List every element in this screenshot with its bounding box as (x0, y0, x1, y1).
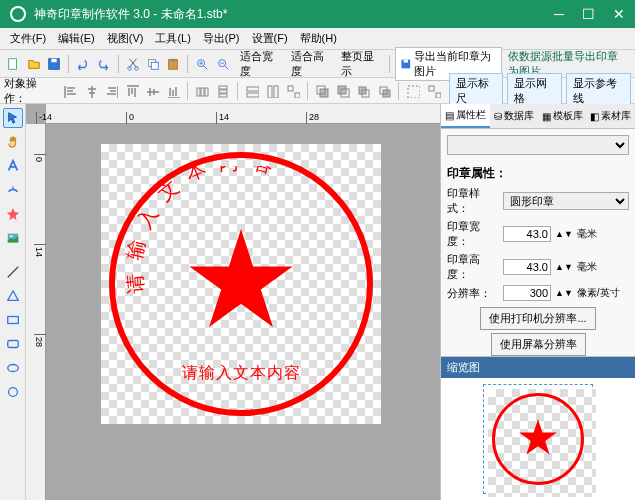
fit-width-button[interactable]: 适合宽度 (234, 47, 283, 81)
svg-rect-13 (403, 59, 407, 62)
triangle-tool[interactable] (3, 286, 23, 306)
width-input[interactable] (503, 226, 551, 242)
same-size-icon[interactable] (284, 81, 302, 101)
same-height-icon[interactable] (263, 81, 281, 101)
seal-star[interactable] (186, 224, 296, 334)
props-section-title: 印章属性： (447, 165, 629, 182)
pointer-tool[interactable] (3, 108, 23, 128)
arc-text-tool[interactable]: A (3, 180, 23, 200)
preview-title: 缩览图 (441, 357, 635, 378)
new-button[interactable] (4, 53, 22, 75)
svg-rect-40 (7, 317, 18, 324)
align-center-h-icon[interactable] (81, 81, 99, 101)
height-label: 印章高度： (447, 252, 499, 282)
tab-database[interactable]: ⛁ 数据库 (490, 104, 539, 128)
canvas-area[interactable]: -14 0 14 28 0 14 28 请输入文本内容 请输入文本内容 (26, 104, 440, 500)
screen-dpi-button[interactable]: 使用屏幕分辨率 (491, 333, 586, 356)
svg-rect-26 (320, 89, 328, 97)
same-width-icon[interactable] (243, 81, 261, 101)
distribute-v-icon[interactable] (213, 81, 231, 101)
printer-dpi-button[interactable]: 使用打印机分辨率... (480, 307, 595, 330)
undo-button[interactable] (74, 53, 92, 75)
object-ops-label: 对象操作： (4, 76, 55, 106)
save-button[interactable] (45, 53, 63, 75)
ruler-vertical: 0 14 28 (26, 124, 46, 500)
fit-height-button[interactable]: 适合高度 (285, 47, 334, 81)
ruler-horizontal: -14 0 14 28 (46, 104, 440, 124)
tab-materials[interactable]: ◧ 素材库 (587, 104, 636, 128)
bring-front-icon[interactable] (313, 81, 331, 101)
svg-rect-28 (338, 86, 346, 94)
svg-point-42 (7, 365, 18, 372)
text-tool[interactable] (3, 156, 23, 176)
svg-rect-9 (171, 58, 175, 61)
svg-text:A: A (11, 185, 15, 191)
style-label: 印章样式： (447, 186, 499, 216)
hand-tool[interactable] (3, 132, 23, 152)
distribute-h-icon[interactable] (193, 81, 211, 101)
menu-settings[interactable]: 设置(F) (246, 29, 294, 48)
menu-edit[interactable]: 编辑(E) (52, 29, 101, 48)
fit-page-button[interactable]: 整页显示 (335, 47, 384, 81)
svg-point-43 (8, 388, 17, 397)
svg-rect-23 (274, 86, 278, 98)
zoom-in-button[interactable] (193, 53, 211, 75)
width-label: 印章宽度： (447, 219, 499, 249)
line-tool[interactable] (3, 262, 23, 282)
app-icon (10, 6, 26, 22)
cut-button[interactable] (123, 53, 141, 75)
image-tool[interactable] (3, 228, 23, 248)
send-back-icon[interactable] (333, 81, 351, 101)
menu-help[interactable]: 帮助(H) (294, 29, 343, 48)
paste-button[interactable] (164, 53, 182, 75)
svg-rect-15 (201, 88, 204, 96)
height-input[interactable] (503, 259, 551, 275)
side-toolbar: A (0, 104, 26, 500)
svg-rect-35 (429, 86, 434, 91)
object-selector[interactable] (447, 135, 629, 155)
svg-rect-41 (7, 341, 18, 348)
circle-tool[interactable] (3, 382, 23, 402)
dpi-input[interactable] (503, 285, 551, 301)
redo-button[interactable] (94, 53, 112, 75)
minimize-button[interactable]: ─ (554, 6, 564, 22)
maximize-button[interactable]: ☐ (582, 6, 595, 22)
tab-templates[interactable]: ▦ 模板库 (538, 104, 587, 128)
menu-file[interactable]: 文件(F) (4, 29, 52, 48)
rounded-rect-tool[interactable] (3, 334, 23, 354)
close-button[interactable]: ✕ (613, 6, 625, 22)
tab-properties[interactable]: ▤ 属性栏 (441, 104, 490, 128)
menu-export[interactable]: 导出(P) (197, 29, 246, 48)
align-bottom-icon[interactable] (163, 81, 181, 101)
ellipse-tool[interactable] (3, 358, 23, 378)
svg-rect-25 (295, 93, 300, 98)
rect-tool[interactable] (3, 310, 23, 330)
preview-panel: 缩览图 (441, 356, 635, 500)
menu-tools[interactable]: 工具(L) (149, 29, 196, 48)
star-tool[interactable] (3, 204, 23, 224)
svg-rect-7 (151, 62, 158, 69)
svg-rect-1 (9, 58, 17, 69)
send-backward-icon[interactable] (374, 81, 392, 101)
titlebar: 神奇印章制作软件 3.0 - 未命名1.stb* ─ ☐ ✕ (0, 0, 635, 28)
svg-rect-36 (436, 93, 441, 98)
bring-forward-icon[interactable] (354, 81, 372, 101)
seal-canvas[interactable]: 请输入文本内容 请输入文本内容 (101, 144, 381, 424)
group-icon[interactable] (404, 81, 422, 101)
style-select[interactable]: 圆形印章 (503, 192, 629, 210)
svg-rect-21 (247, 93, 259, 97)
copy-button[interactable] (144, 53, 162, 75)
ungroup-icon[interactable] (424, 81, 442, 101)
zoom-out-button[interactable] (214, 53, 232, 75)
svg-rect-14 (197, 88, 200, 96)
align-middle-icon[interactable] (143, 81, 161, 101)
menu-view[interactable]: 视图(V) (101, 29, 150, 48)
open-button[interactable] (24, 53, 42, 75)
seal-bottom-text[interactable]: 请输入文本内容 (109, 363, 373, 384)
align-left-icon[interactable] (61, 81, 79, 101)
svg-rect-18 (219, 90, 227, 93)
svg-rect-34 (408, 86, 420, 98)
align-top-icon[interactable] (122, 81, 140, 101)
align-right-icon[interactable] (102, 81, 120, 101)
svg-rect-22 (268, 86, 272, 98)
